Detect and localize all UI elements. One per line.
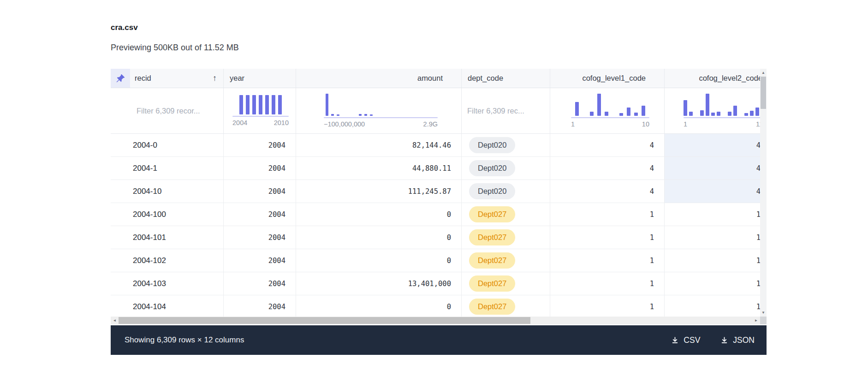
cell-dept-code[interactable]: Dept027 (462, 295, 550, 317)
sort-ascending-arrow[interactable]: ↑ (213, 73, 217, 83)
cell-amount[interactable]: 0 (296, 295, 462, 317)
cell-cofog-level2-code[interactable]: 1 (665, 203, 760, 226)
cofog-level2-histogram[interactable]: 1 11 (684, 88, 760, 133)
cofog-level1-histogram[interactable]: 1 10 (571, 88, 649, 133)
cell-recid[interactable]: 2004-104 (111, 295, 224, 317)
scrollbar-corner (760, 317, 767, 324)
amount-histogram[interactable]: −100,000,000 2.9G (324, 88, 438, 133)
amount-histogram-labels: −100,000,000 2.9G (324, 120, 438, 128)
cell-cofog-level1-code[interactable]: 1 (550, 226, 665, 249)
cell-cofog-level2-code[interactable]: 1 (665, 272, 760, 295)
cell-recid[interactable]: 2004-100 (111, 203, 224, 226)
data-table: recid ↑ year amount dept_code cofog_leve… (111, 69, 760, 317)
cofog-level1-histogram-bars (571, 94, 649, 116)
cell-recid[interactable]: 2004-103 (111, 272, 224, 295)
cofog-level2-min-label: 1 (684, 120, 687, 128)
column-header-amount[interactable]: amount (296, 69, 462, 88)
cell-dept-code[interactable]: Dept027 (462, 203, 550, 226)
column-header-cofog-level2-code[interactable]: cofog_level2_code (665, 69, 760, 88)
cell-dept-code[interactable]: Dept020 (462, 134, 550, 157)
filter-cell-cofog-level1-code: 1 10 (550, 88, 665, 134)
scroll-down-arrow-icon[interactable]: ▼ (760, 309, 767, 317)
column-header-year[interactable]: year (224, 69, 296, 88)
cell-dept-code[interactable]: Dept027 (462, 226, 550, 249)
filter-cell-amount: −100,000,000 2.9G (296, 88, 462, 134)
cell-year[interactable]: 2004 (224, 295, 296, 317)
cell-cofog-level2-code[interactable]: 1 (665, 249, 760, 272)
column-label-recid: recid (135, 74, 151, 83)
vertical-scrollbar-thumb[interactable] (761, 77, 766, 109)
download-csv-button[interactable]: CSV (671, 335, 700, 345)
cofog-level2-histogram-bars (684, 94, 760, 116)
amount-min-label: −100,000,000 (324, 120, 365, 128)
year-histogram[interactable]: 2004 2010 (232, 88, 289, 133)
horizontal-scrollbar[interactable]: ◄ ► (111, 317, 760, 324)
vertical-scrollbar[interactable]: ▲ ▼ (760, 69, 767, 317)
cell-year[interactable]: 2004 (224, 203, 296, 226)
cell-cofog-level1-code[interactable]: 1 (550, 272, 665, 295)
cell-cofog-level1-code[interactable]: 1 (550, 249, 665, 272)
dept-pill: Dept020 (469, 183, 515, 199)
cell-cofog-level2-code[interactable]: 4 (665, 157, 760, 180)
cell-cofog-level2-code[interactable]: 4 (665, 180, 760, 203)
cell-amount[interactable]: 0 (296, 226, 462, 249)
scroll-left-arrow-icon[interactable]: ◄ (111, 317, 119, 324)
column-header-dept-code[interactable]: dept_code (462, 69, 550, 88)
dept-pill: Dept027 (469, 299, 515, 315)
cell-year[interactable]: 2004 (224, 249, 296, 272)
filter-cell-recid (111, 88, 224, 134)
recid-filter-input[interactable] (111, 88, 223, 133)
filter-cell-year: 2004 2010 (224, 88, 296, 134)
amount-histogram-axis (324, 117, 438, 118)
pin-button[interactable] (111, 69, 130, 88)
cell-amount[interactable]: 44,880.11 (296, 157, 462, 180)
cofog-level1-max-label: 10 (642, 120, 649, 128)
horizontal-scrollbar-thumb[interactable] (119, 317, 530, 324)
dept-pill: Dept027 (469, 252, 515, 269)
cell-year[interactable]: 2004 (224, 157, 296, 180)
column-label-year: year (230, 74, 244, 83)
cell-year[interactable]: 2004 (224, 180, 296, 203)
cell-year[interactable]: 2004 (224, 134, 296, 157)
dept-pill: Dept027 (469, 275, 515, 292)
cell-cofog-level1-code[interactable]: 4 (550, 134, 665, 157)
csv-preview-page: cra.csv Previewing 500KB out of 11.52 MB… (0, 0, 868, 389)
cell-cofog-level1-code[interactable]: 4 (550, 157, 665, 180)
cell-amount[interactable]: 13,401,000 (296, 272, 462, 295)
cell-amount[interactable]: 0 (296, 249, 462, 272)
column-header-cofog-level1-code[interactable]: cofog_level1_code (550, 69, 665, 88)
year-max-label: 2010 (274, 119, 289, 126)
cell-year[interactable]: 2004 (224, 272, 296, 295)
cell-dept-code[interactable]: Dept027 (462, 249, 550, 272)
cofog-level1-histogram-labels: 1 10 (571, 120, 649, 128)
cell-recid[interactable]: 2004-102 (111, 249, 224, 272)
cell-cofog-level1-code[interactable]: 1 (550, 295, 665, 317)
dept-code-filter-input[interactable] (462, 88, 550, 133)
cofog-level2-histogram-axis (684, 117, 760, 118)
scroll-right-arrow-icon[interactable]: ► (752, 317, 760, 324)
cell-dept-code[interactable]: Dept020 (462, 157, 550, 180)
cell-recid[interactable]: 2004-10 (111, 180, 224, 203)
cell-cofog-level1-code[interactable]: 1 (550, 203, 665, 226)
column-header-recid[interactable]: recid ↑ (111, 69, 224, 88)
filter-cell-cofog-level2-code: 1 11 (665, 88, 760, 134)
data-grid: recid ↑ year amount dept_code cofog_leve… (111, 69, 760, 317)
cell-cofog-level2-code[interactable]: 1 (665, 295, 760, 317)
cell-recid[interactable]: 2004-101 (111, 226, 224, 249)
cell-amount[interactable]: 0 (296, 203, 462, 226)
cell-cofog-level2-code[interactable]: 4 (665, 134, 760, 157)
download-json-button[interactable]: JSON (720, 335, 755, 345)
cell-year[interactable]: 2004 (224, 226, 296, 249)
cell-recid[interactable]: 2004-0 (111, 134, 224, 157)
scroll-up-arrow-icon[interactable]: ▲ (760, 69, 767, 77)
preview-size-summary: Previewing 500KB out of 11.52 MB (111, 43, 239, 53)
cell-cofog-level2-code[interactable]: 1 (665, 226, 760, 249)
cell-dept-code[interactable]: Dept027 (462, 272, 550, 295)
csv-button-label: CSV (684, 335, 700, 345)
cell-amount[interactable]: 82,144.46 (296, 134, 462, 157)
cell-dept-code[interactable]: Dept020 (462, 180, 550, 203)
cell-amount[interactable]: 111,245.87 (296, 180, 462, 203)
cell-cofog-level1-code[interactable]: 4 (550, 180, 665, 203)
cell-recid[interactable]: 2004-1 (111, 157, 224, 180)
cofog-level2-max-label: 11 (756, 120, 760, 128)
